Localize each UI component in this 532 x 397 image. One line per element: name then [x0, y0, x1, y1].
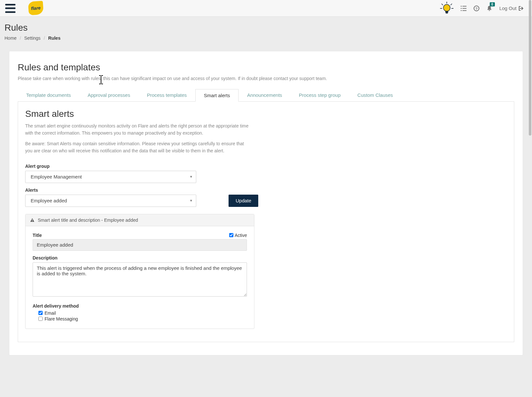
- update-button[interactable]: Update: [229, 195, 258, 207]
- lightbulb-icon[interactable]: [440, 2, 454, 15]
- breadcrumb-settings[interactable]: Settings: [24, 36, 41, 41]
- email-checkbox[interactable]: [38, 311, 43, 315]
- alert-group-value: Employee Management: [31, 174, 82, 179]
- alerts-select[interactable]: Employee added ▼: [25, 195, 196, 207]
- top-header: flare ? 0 Log Out: [0, 0, 532, 17]
- flare-logo[interactable]: flare: [28, 1, 45, 15]
- tab-custom-clauses[interactable]: Custom Clauses: [349, 89, 401, 101]
- breadcrumb-home[interactable]: Home: [5, 36, 16, 41]
- email-label: Email: [45, 310, 56, 316]
- chevron-down-icon: ▼: [189, 175, 193, 178]
- notification-badge: 0: [490, 2, 495, 6]
- page-title: Rules: [5, 23, 527, 33]
- header-actions: ? 0 Log Out: [440, 2, 529, 15]
- svg-text:?: ?: [475, 6, 477, 10]
- svg-rect-1: [445, 11, 448, 12]
- title-label: Title: [33, 233, 42, 238]
- alert-group-select[interactable]: Employee Management ▼: [25, 171, 196, 183]
- tab-process-templates[interactable]: Process templates: [138, 89, 195, 101]
- svg-rect-8: [462, 10, 466, 11]
- logout-label: Log Out: [499, 5, 517, 11]
- svg-rect-5: [461, 8, 462, 8]
- card-title: Rules and templates: [18, 62, 514, 73]
- svg-rect-7: [461, 10, 462, 11]
- svg-point-0: [443, 4, 450, 11]
- svg-rect-12: [32, 221, 33, 221]
- svg-rect-2: [445, 13, 448, 14]
- logout-button[interactable]: Log Out: [499, 5, 524, 11]
- active-checkbox[interactable]: [229, 233, 233, 237]
- tab-announcements[interactable]: Announcements: [239, 89, 290, 101]
- page-head: Rules Home / Settings / Rules: [0, 17, 532, 44]
- logo-text: flare: [31, 5, 41, 11]
- alerts-value: Employee added: [31, 198, 67, 203]
- chevron-down-icon: ▼: [189, 199, 193, 202]
- section-para-1: The smart alert engine continuously moni…: [25, 122, 251, 137]
- svg-rect-11: [32, 219, 33, 220]
- help-icon[interactable]: ?: [474, 5, 479, 11]
- section-para-2: Be aware: Smart Alerts may contain sensi…: [25, 140, 251, 155]
- breadcrumb: Home / Settings / Rules: [5, 36, 527, 41]
- delivery-label: Alert delivery method: [33, 303, 247, 309]
- messaging-label: Flare Messaging: [45, 316, 78, 321]
- breadcrumb-current: Rules: [48, 36, 60, 41]
- tabs: Template documents Approval processes Pr…: [18, 89, 514, 102]
- card-subtitle: Please take care when working with rules…: [18, 75, 514, 82]
- alerts-label: Alerts: [25, 188, 196, 193]
- title-input[interactable]: [33, 239, 247, 251]
- menu-hamburger-icon[interactable]: [5, 4, 15, 13]
- tab-template-documents[interactable]: Template documents: [18, 89, 79, 101]
- alert-panel: Smart alert title and description - Empl…: [25, 214, 254, 329]
- active-label: Active: [235, 233, 247, 238]
- tab-approval-processes[interactable]: Approval processes: [79, 89, 138, 101]
- svg-rect-3: [461, 6, 462, 6]
- section-title: Smart alerts: [25, 109, 507, 119]
- alert-group-label: Alert group: [25, 164, 507, 169]
- svg-rect-6: [462, 8, 466, 8]
- tab-smart-alerts[interactable]: Smart alerts: [195, 89, 239, 102]
- rules-card: Rules and templates Please take care whe…: [9, 51, 523, 355]
- messaging-checkbox[interactable]: [38, 317, 43, 321]
- description-label: Description: [33, 255, 247, 260]
- panel-head: Smart alert title and description - Empl…: [26, 214, 254, 226]
- description-textarea[interactable]: [33, 262, 247, 297]
- bell-icon[interactable]: 0: [486, 5, 492, 11]
- tab-body: Smart alerts The smart alert engine cont…: [18, 102, 514, 342]
- tab-process-step-group[interactable]: Process step group: [291, 89, 349, 101]
- panel-head-text: Smart alert title and description - Empl…: [38, 218, 138, 223]
- svg-rect-4: [462, 6, 466, 6]
- warning-icon: [30, 218, 35, 222]
- list-icon[interactable]: [461, 5, 466, 11]
- scrollbar-thumb[interactable]: [529, 0, 531, 136]
